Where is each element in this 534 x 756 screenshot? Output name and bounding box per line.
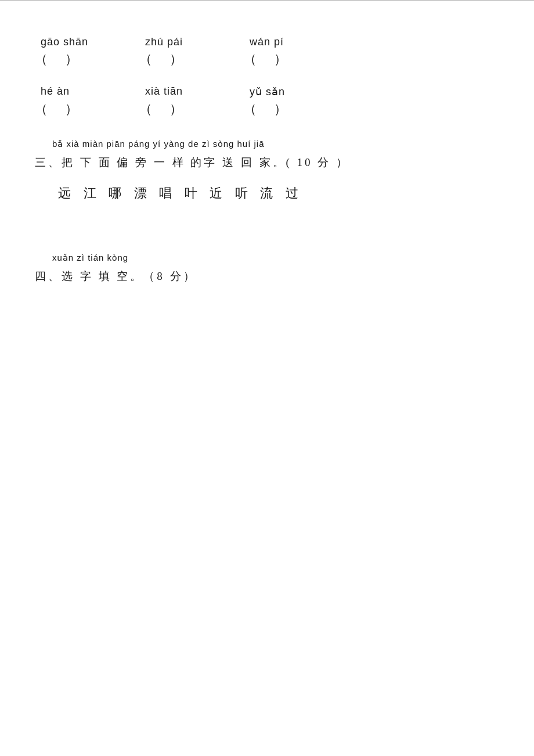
- section3-pinyin-instruction: bǎ xià miàn piān páng yí yàng de zì sòng…: [52, 139, 499, 149]
- pinyin-row-2: hé àn xià tiān yǔ sǎn: [35, 85, 499, 98]
- bracket-open-6: （: [244, 100, 257, 118]
- bracket-close-6: ）: [274, 100, 287, 118]
- bracket-row-1: （ ） （ ） （ ）: [35, 51, 499, 68]
- characters-row: 远 江 哪 漂 唱 叶 近 听 流 过: [58, 181, 499, 206]
- section3-block: bǎ xià miàn piān páng yí yàng de zì sòng…: [35, 139, 499, 206]
- section4-header: 四、选 字 填 空。（8 分）: [35, 269, 499, 284]
- bracket-open-2: （: [139, 51, 152, 68]
- bracket-close-3: ）: [274, 51, 287, 68]
- pinyin-item-5: xià tiān: [145, 85, 250, 98]
- bracket-item-1: （ ）: [35, 51, 139, 68]
- section4-pinyin: xuǎn zì tián kòng: [52, 253, 499, 263]
- pinyin-item-4: hé àn: [41, 85, 145, 98]
- pinyin-row-1: gāo shān zhú pái wán pí: [35, 36, 499, 48]
- bracket-open-1: （: [35, 51, 48, 68]
- pinyin-item-6: yǔ sǎn: [250, 85, 354, 98]
- section4-block: xuǎn zì tián kòng 四、选 字 填 空。（8 分）: [35, 253, 499, 284]
- bracket-close-5: ）: [169, 100, 182, 118]
- bracket-item-2: （ ）: [139, 51, 244, 68]
- bracket-item-3: （ ）: [244, 51, 348, 68]
- section3-header: 三、把 下 面 偏 旁 一 样 的字 送 回 家。( 10 分 ）: [35, 155, 499, 170]
- bracket-open-3: （: [244, 51, 257, 68]
- bracket-open-4: （: [35, 100, 48, 118]
- bracket-item-4: （ ）: [35, 100, 139, 118]
- pinyin-item-1: gāo shān: [41, 36, 145, 48]
- bracket-row-2: （ ） （ ） （ ）: [35, 100, 499, 118]
- bracket-item-6: （ ）: [244, 100, 348, 118]
- bracket-close-2: ）: [169, 51, 182, 68]
- bracket-item-5: （ ）: [139, 100, 244, 118]
- bracket-open-5: （: [139, 100, 152, 118]
- pinyin-item-2: zhú pái: [145, 36, 250, 48]
- bracket-close-1: ）: [65, 51, 78, 68]
- bracket-close-4: ）: [65, 100, 78, 118]
- pinyin-item-3: wán pí: [250, 36, 354, 48]
